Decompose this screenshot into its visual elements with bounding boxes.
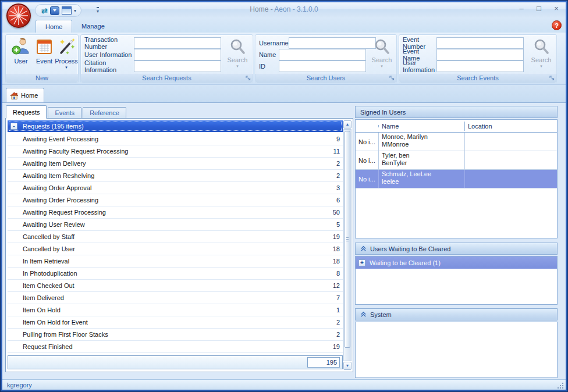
close-button[interactable]: × xyxy=(551,4,562,14)
document-tab-strip: Home xyxy=(2,85,566,102)
id-input[interactable] xyxy=(279,60,366,72)
subtab-reference[interactable]: Reference xyxy=(83,107,126,119)
queue-row[interactable]: In Item Retrieval18 xyxy=(8,255,343,268)
ribbon-tab-manage[interactable]: Manage xyxy=(72,20,114,33)
queue-row[interactable]: Awaiting Faculty Request Processing11 xyxy=(8,145,343,158)
queue-row[interactable]: Pulling from First Floor Stacks2 xyxy=(8,329,343,341)
queue-row[interactable]: Awaiting Order Processing6 xyxy=(8,194,343,206)
signed-in-users-header: Signed In Users xyxy=(355,106,558,118)
search-requests-button[interactable]: Search ▾ xyxy=(224,38,251,74)
queue-row[interactable]: In Photoduplication8 xyxy=(8,268,343,280)
search-dropdown-icon: ▾ xyxy=(381,64,383,69)
citation-information-input[interactable] xyxy=(134,60,221,72)
application-orb-button[interactable] xyxy=(6,3,31,28)
group-caption-search-events: Search Events xyxy=(399,74,556,83)
user-name: Tyler, ben xyxy=(382,152,462,159)
home-icon xyxy=(10,91,19,100)
event-number-input[interactable] xyxy=(436,37,524,49)
new-user-button[interactable]: User xyxy=(9,37,33,73)
scroll-down-icon[interactable]: ▼ xyxy=(343,362,352,370)
search-icon xyxy=(373,38,390,55)
search-users-button[interactable]: Search ▾ xyxy=(368,38,395,74)
app-window: ⇄ ▾ ▾ Home - Aeon - 3.1.0.0 – □ × Home M… xyxy=(0,0,568,392)
search-dropdown-icon: ▾ xyxy=(236,64,239,69)
scrollbar-thumb[interactable] xyxy=(345,131,350,348)
waiting-group-row[interactable]: + Waiting to be Cleared (1) xyxy=(356,256,557,269)
queue-row[interactable]: Item On Hold for Event2 xyxy=(8,316,343,329)
search-icon xyxy=(532,38,550,55)
requests-summary-footer: 195 xyxy=(8,355,343,369)
group-caption-search-users: Search Users xyxy=(255,74,396,83)
aeon-logo-icon xyxy=(8,5,30,27)
window-controls: – □ × xyxy=(516,4,562,14)
collapse-chevron-icon[interactable] xyxy=(360,245,367,252)
queue-row[interactable]: Awaiting Item Delivery2 xyxy=(8,158,343,170)
queue-row[interactable]: Item Checked Out12 xyxy=(8,280,343,292)
name-label: Name xyxy=(259,51,279,58)
user-location xyxy=(465,151,557,169)
search-events-button[interactable]: Search ▾ xyxy=(528,38,555,74)
expand-plus-icon[interactable]: + xyxy=(358,259,365,266)
scrollbar-track[interactable] xyxy=(343,129,352,361)
right-column: Signed In Users Name Location No i... Mo… xyxy=(355,103,558,380)
queue-row[interactable]: Request Finished19 xyxy=(8,341,343,353)
dialog-launcher-icon[interactable] xyxy=(389,75,395,81)
event-name-input[interactable] xyxy=(436,49,524,60)
name-input[interactable] xyxy=(279,49,366,60)
ribbon-tab-row: Home Manage xyxy=(2,17,566,33)
vertical-scrollbar[interactable]: ▲ ▼ xyxy=(343,120,352,370)
dialog-launcher-icon[interactable] xyxy=(245,75,251,81)
queue-row[interactable]: Awaiting Request Processing50 xyxy=(8,206,343,219)
username-input[interactable] xyxy=(289,37,376,49)
help-button[interactable]: ? xyxy=(552,20,562,30)
queue-row[interactable]: Item Delivered7 xyxy=(8,292,343,304)
user-information-input[interactable] xyxy=(134,49,221,60)
scroll-up-icon[interactable]: ▲ xyxy=(343,120,352,129)
waiting-to-be-cleared-panel: + Waiting to be Cleared (1) xyxy=(355,256,558,305)
system-header: System xyxy=(355,308,558,320)
collapse-chevron-icon[interactable] xyxy=(360,311,367,318)
user-information-label: User Information xyxy=(84,51,134,58)
waiting-to-be-cleared-header: Users Waiting to Be Cleared xyxy=(355,243,558,255)
logged-in-user: kgregory xyxy=(7,382,32,389)
status-bar: kgregory xyxy=(2,379,566,390)
subtab-requests[interactable]: Requests xyxy=(6,105,47,119)
queue-row[interactable]: Cancelled by User18 xyxy=(8,243,343,255)
document-tab-home[interactable]: Home xyxy=(6,88,44,102)
ribbon: User Event xyxy=(2,33,566,85)
group-caption-search-requests: Search Requests xyxy=(81,74,253,83)
dialog-launcher-icon[interactable] xyxy=(549,75,555,81)
table-row-selected[interactable]: No i... Schmalz, LeeLeeleelee xyxy=(356,170,557,188)
title-bar: ⇄ ▾ ▾ Home - Aeon - 3.1.0.0 – □ × xyxy=(2,2,566,17)
subtab-events[interactable]: Events xyxy=(48,107,81,119)
ribbon-group-new: User Event xyxy=(5,34,79,83)
minimize-button[interactable]: – xyxy=(516,4,527,14)
queue-row[interactable]: Awaiting Item Reshelving2 xyxy=(8,170,343,182)
new-event-button[interactable]: Event xyxy=(33,37,56,73)
transaction-number-input[interactable] xyxy=(134,37,221,49)
ribbon-tab-home[interactable]: Home xyxy=(36,20,72,33)
queue-row[interactable]: Cancelled by Staff19 xyxy=(8,231,343,243)
table-row[interactable]: No i... Monroe, MarilynMMonroe xyxy=(356,133,557,151)
event-user-information-input[interactable] xyxy=(436,60,524,72)
window-title: Home - Aeon - 3.1.0.0 xyxy=(2,5,566,13)
user-icon xyxy=(12,37,30,56)
column-header-name[interactable]: Name xyxy=(379,122,465,131)
queue-row[interactable]: Item On Hold1 xyxy=(8,304,343,316)
table-row[interactable]: No i... Tyler, benBenTyler xyxy=(356,151,557,170)
column-header-location[interactable]: Location xyxy=(465,122,557,131)
transaction-number-label: Transaction Number xyxy=(84,36,134,50)
queue-row[interactable]: Awaiting User Review5 xyxy=(8,219,343,231)
resize-grip-icon[interactable] xyxy=(557,382,564,389)
collapse-minus-icon[interactable]: - xyxy=(10,123,17,130)
queue-row[interactable]: Awaiting Order Approval3 xyxy=(8,182,343,194)
document-tab-label: Home xyxy=(21,92,38,99)
new-process-button[interactable]: Process ▾ xyxy=(55,37,78,73)
queue-row[interactable]: Awaiting Event Processing9 xyxy=(8,133,343,145)
maximize-button[interactable]: □ xyxy=(533,4,545,14)
column-header-icon[interactable] xyxy=(356,125,379,127)
ribbon-group-search-events: Event Number Event Name User Information xyxy=(399,34,557,83)
ribbon-group-search-requests: Transaction Number User Information Cita… xyxy=(80,34,253,83)
table-header-row: Name Location xyxy=(356,120,557,133)
requests-group-header[interactable]: - Requests (195 items) xyxy=(8,120,343,132)
